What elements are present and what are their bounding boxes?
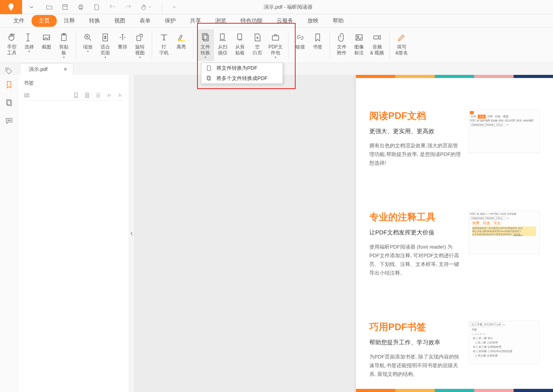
hand-tool-button[interactable]: 手型 工具 <box>3 29 20 61</box>
tab-label: 演示.pdf <box>29 66 48 73</box>
svg-point-17 <box>357 36 359 37</box>
redo-icon[interactable] <box>125 4 132 11</box>
add-bookmark-icon[interactable] <box>73 92 79 98</box>
menu-browse[interactable]: 浏览 <box>208 15 233 27</box>
chevron-down-icon: ▾ <box>205 56 206 59</box>
clipboard-button[interactable]: 剪贴 板 ▾ <box>55 29 73 61</box>
section-body: 拥有出色的文档渲染效果,强大的页面管理功能,帮助提升效率, 是您阅读PDF的理想… <box>369 141 461 167</box>
tag-icon[interactable] <box>5 67 13 75</box>
panel-collapse-handle[interactable] <box>129 75 134 392</box>
typewriter-button[interactable]: 打 字机 <box>155 29 173 61</box>
image-annotation-button[interactable]: 图像 标注 <box>350 29 368 61</box>
bookmarks-title: 书签 <box>24 80 123 87</box>
menubar: 文件 主页 注释 转换 视图 表单 保护 共享 浏览 特色功能 云服务 放映 帮… <box>0 14 553 28</box>
left-rail <box>0 75 18 392</box>
pdf-package-button[interactable]: PDF文 件包 ▾ <box>266 29 285 61</box>
menu-features[interactable]: 特色功能 <box>233 15 270 27</box>
convert-file-to-pdf-item[interactable]: 将文件转换为PDF <box>201 63 283 73</box>
page-top-stripe <box>356 75 553 78</box>
menu-cloud[interactable]: 云服务 <box>270 15 300 27</box>
new-doc-icon[interactable] <box>93 4 100 11</box>
page-section-3: 巧用PDF书签 帮助您提升工作、学习效率 为PDF页面添加书签, 除了实现内容的… <box>369 321 540 379</box>
page-section-2: 专业的注释工具 让PDF文档发挥更大价值 使用福昕PDF阅读器 (foxit r… <box>369 211 540 277</box>
section-title: 专业的注释工具 <box>369 211 461 223</box>
from-clipboard-button[interactable]: 从剪 贴板 <box>231 29 249 61</box>
delete-bookmark-icon[interactable] <box>95 92 101 98</box>
svg-rect-11 <box>202 33 207 39</box>
chevron-down-icon: ▾ <box>139 56 141 59</box>
menu-file[interactable]: 文件 <box>6 15 32 27</box>
select-button[interactable]: 选择 ▾ <box>20 29 38 61</box>
goto-bookmark-icon[interactable] <box>84 92 90 98</box>
link-button[interactable]: 链接 <box>292 29 309 61</box>
save-icon[interactable] <box>61 4 69 11</box>
files-icon <box>205 75 212 82</box>
section-subtitle: 帮助您提升工作、学习效率 <box>369 339 461 346</box>
qat-customize-chevron[interactable] <box>172 5 176 9</box>
document-viewport[interactable]: 阅读PDF文档 更强大、更实用、更高效 拥有出色的文档渲染效果,强大的页面管理功… <box>134 75 553 392</box>
menu-help[interactable]: 帮助 <box>326 15 351 27</box>
expand-all-icon[interactable] <box>24 92 30 98</box>
ribbon-separator <box>76 32 76 59</box>
zoom-icon <box>83 31 93 44</box>
image-icon <box>354 31 364 44</box>
menu-protect[interactable]: 保护 <box>158 15 183 27</box>
zoom-button[interactable]: 缩放 ▾ <box>79 29 97 61</box>
highlight-button[interactable]: 高亮 <box>173 29 190 61</box>
svg-rect-13 <box>220 34 224 39</box>
document-tab[interactable]: 演示.pdf ✕ <box>20 63 73 75</box>
app-logo[interactable] <box>0 0 22 14</box>
window-title: 演示.pdf - 福昕阅读器 <box>181 4 395 11</box>
font-increase-icon[interactable] <box>106 92 112 98</box>
touch-mode-icon[interactable] <box>140 4 151 11</box>
chevron-down-icon: ▾ <box>28 50 30 53</box>
fit-page-button[interactable]: 适合 页面 ▾ <box>97 29 114 61</box>
menu-share[interactable]: 共享 <box>183 15 208 27</box>
from-scanner-button[interactable]: 从扫 描仪 <box>214 29 231 61</box>
menu-present[interactable]: 放映 <box>300 15 326 27</box>
menu-form[interactable]: 表单 <box>132 15 158 27</box>
svg-rect-19 <box>207 76 210 80</box>
close-icon[interactable]: ✕ <box>63 67 67 72</box>
pages-rail-icon[interactable] <box>5 98 13 107</box>
menu-convert[interactable]: 转换 <box>82 15 107 27</box>
reflow-button[interactable]: 重排 <box>114 29 131 61</box>
chevron-down-icon: ▾ <box>63 56 65 59</box>
clipboard-icon <box>59 31 69 44</box>
fill-sign-button[interactable]: 填写 &签名 <box>393 29 410 61</box>
comments-rail-icon[interactable] <box>5 117 13 125</box>
font-decrease-icon[interactable] <box>117 92 123 98</box>
main-area: 书签 阅 <box>0 75 553 392</box>
svg-rect-15 <box>272 36 279 40</box>
scanner-icon <box>218 31 227 44</box>
bookmarks-rail-icon[interactable] <box>5 80 13 89</box>
page-bottom-stripe <box>356 389 553 392</box>
snapshot-button[interactable]: 截图 <box>38 29 55 61</box>
select-icon <box>24 31 34 44</box>
audio-video-button[interactable]: 音频 & 视频 <box>368 29 386 61</box>
titlebar: 演示.pdf - 福昕阅读器 <box>0 0 553 14</box>
svg-rect-10 <box>178 40 185 41</box>
convert-multiple-files-item[interactable]: 将多个文件转换成PDF <box>201 73 283 84</box>
file-attachment-button[interactable]: 文件 附件 <box>333 29 350 61</box>
highlight-icon <box>177 31 186 44</box>
bookmarks-toolbar <box>24 91 123 100</box>
section-subtitle: 让PDF文档发挥更大价值 <box>369 229 461 236</box>
reflow-icon <box>118 31 127 44</box>
blank-page-button[interactable]: 空 白页 <box>249 29 266 61</box>
section-body: 使用福昕PDF阅读器 (foxit reader) 为PDF文件添加注释, 可对… <box>369 243 461 277</box>
bookmark-button[interactable]: 书签 <box>309 29 326 61</box>
ribbon-separator <box>193 32 194 59</box>
open-icon[interactable] <box>46 4 53 11</box>
menu-view[interactable]: 视图 <box>107 15 132 27</box>
ribbon-separator <box>288 32 289 59</box>
file-convert-button[interactable]: 文件 转换 ▾ <box>197 29 214 61</box>
undo-icon[interactable] <box>109 4 116 11</box>
pencil-icon <box>397 31 406 44</box>
svg-rect-3 <box>80 8 82 9</box>
menu-home[interactable]: 主页 <box>32 15 57 27</box>
rotate-view-button[interactable]: 旋转 视图 ▾ <box>131 29 149 61</box>
print-icon[interactable] <box>77 4 84 11</box>
menu-annotate[interactable]: 注释 <box>57 15 82 27</box>
app-menu-chevron[interactable] <box>22 0 41 14</box>
